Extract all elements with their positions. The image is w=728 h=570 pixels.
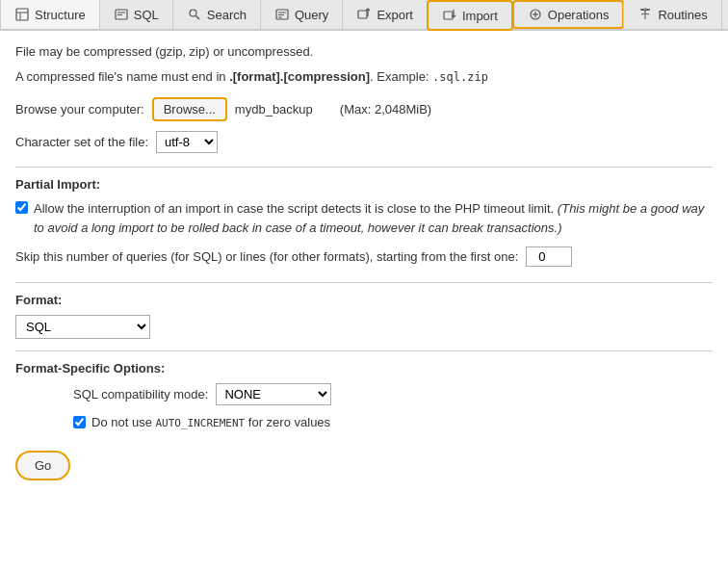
charset-label: Character set of the file:	[15, 135, 148, 149]
tab-query[interactable]: Query	[260, 0, 343, 29]
tab-export[interactable]: Export	[342, 0, 428, 29]
charset-row: Character set of the file: utf-8 utf-16 …	[15, 131, 713, 153]
import-icon	[442, 8, 457, 23]
info-line2-prefix: A compressed file's name must end in	[15, 69, 229, 84]
export-icon	[356, 7, 372, 22]
tab-structure-label: Structure	[35, 8, 86, 22]
tab-export-label: Export	[377, 8, 413, 22]
browse-label: Browse your computer:	[15, 102, 144, 117]
routines-icon	[637, 7, 653, 22]
info-line1: File may be compressed (gzip, zip) or un…	[15, 42, 713, 62]
allow-interrupt-row: Allow the interruption of an import in c…	[15, 199, 713, 237]
svg-point-6	[190, 10, 196, 16]
format-title: Format:	[15, 293, 713, 307]
divider-partial-import	[15, 167, 713, 168]
info-line2-suffix: . Example:	[370, 69, 432, 84]
sql-compat-label: SQL compatibility mode:	[73, 387, 208, 402]
allow-interrupt-label: Allow the interruption of an import in c…	[34, 199, 713, 237]
skip-row: Skip this number of queries (for SQL) or…	[15, 246, 713, 267]
partial-import-title: Partial Import:	[15, 177, 713, 192]
info-line2-example: .sql.zip	[432, 70, 488, 84]
table-icon	[14, 7, 30, 22]
format-options-title: Format-Specific Options:	[15, 361, 713, 376]
browse-button[interactable]: Browse...	[152, 97, 227, 121]
skip-label: Skip this number of queries (for SQL) or…	[15, 249, 518, 264]
tab-query-label: Query	[295, 8, 328, 22]
operations-icon	[528, 7, 543, 22]
query-icon	[274, 7, 290, 22]
auto-increment-label: Do not use AUTO_INCREMENT for zero value…	[91, 415, 330, 429]
tab-import[interactable]: Import	[427, 0, 513, 31]
search-icon	[187, 7, 202, 22]
svg-line-7	[195, 16, 199, 20]
auto-increment-row: Do not use AUTO_INCREMENT for zero value…	[73, 415, 713, 429]
tab-routines[interactable]: Routines	[623, 0, 721, 29]
skip-input[interactable]: 0	[526, 246, 572, 267]
file-max-size: (Max: 2,048MiB)	[340, 102, 431, 117]
file-name: mydb_backup	[235, 102, 313, 117]
tab-sql-label: SQL	[134, 8, 159, 22]
tab-import-label: Import	[462, 9, 498, 23]
charset-select[interactable]: utf-8 utf-16 latin1 ascii	[156, 131, 218, 153]
svg-rect-12	[358, 11, 367, 18]
svg-rect-14	[444, 12, 453, 19]
format-section: SQL CSV CSV using LOAD DATA JSON Mediawi…	[15, 315, 713, 339]
sql-compat-row: SQL compatibility mode: NONE ANSI DB2 MA…	[73, 383, 713, 405]
tab-search-label: Search	[207, 8, 247, 22]
tab-sql[interactable]: SQL	[99, 0, 173, 29]
allow-interrupt-checkbox[interactable]	[15, 201, 28, 214]
info-line2-bold: .[format].[compression]	[229, 69, 370, 84]
sql-icon	[114, 7, 129, 22]
main-content: File may be compressed (gzip, zip) or un…	[0, 31, 728, 492]
tab-search[interactable]: Search	[172, 0, 261, 29]
tab-operations-label: Operations	[548, 8, 610, 22]
sql-compat-select[interactable]: NONE ANSI DB2 MAXDB MYSQL323 MYSQL40 MSS…	[216, 383, 331, 405]
divider-format	[15, 282, 713, 283]
info-line2: A compressed file's name must end in .[f…	[15, 67, 713, 87]
tab-structure[interactable]: Structure	[0, 0, 100, 29]
divider-format-options	[15, 350, 713, 351]
svg-rect-0	[16, 9, 28, 20]
format-select[interactable]: SQL CSV CSV using LOAD DATA JSON Mediawi…	[15, 315, 150, 339]
tab-routines-label: Routines	[658, 8, 707, 22]
auto-increment-checkbox[interactable]	[73, 416, 86, 428]
tab-operations[interactable]: Operations	[512, 0, 625, 29]
go-button[interactable]: Go	[15, 451, 70, 480]
tab-bar: Structure SQL Search	[0, 0, 728, 31]
file-browse-row: Browse your computer: Browse... mydb_bac…	[15, 97, 713, 121]
